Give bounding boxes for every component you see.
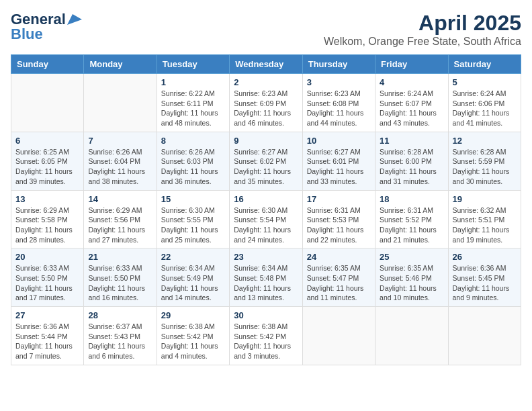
calendar-day-cell: 3Sunrise: 6:23 AMSunset: 6:08 PMDaylight… (302, 74, 375, 132)
day-number: 18 (380, 194, 443, 204)
calendar-week-row: 13Sunrise: 6:29 AMSunset: 5:58 PMDayligh… (11, 190, 521, 248)
calendar-day-cell: 14Sunrise: 6:29 AMSunset: 5:56 PMDayligh… (84, 190, 157, 248)
day-info: Sunrise: 6:38 AMSunset: 5:42 PMDaylight:… (234, 322, 298, 361)
calendar-day-cell: 7Sunrise: 6:26 AMSunset: 6:04 PMDaylight… (84, 132, 157, 190)
day-info: Sunrise: 6:35 AMSunset: 5:46 PMDaylight:… (380, 263, 443, 303)
calendar-day-cell: 17Sunrise: 6:31 AMSunset: 5:53 PMDayligh… (302, 190, 375, 248)
weekday-header-tuesday: Tuesday (157, 55, 229, 74)
calendar-day-cell: 2Sunrise: 6:23 AMSunset: 6:09 PMDaylight… (230, 74, 302, 132)
day-number: 22 (161, 252, 225, 262)
day-info: Sunrise: 6:23 AMSunset: 6:09 PMDaylight:… (234, 89, 298, 128)
day-info: Sunrise: 6:26 AMSunset: 6:03 PMDaylight:… (161, 147, 225, 187)
calendar-day-cell: 1Sunrise: 6:22 AMSunset: 6:11 PMDaylight… (157, 74, 229, 132)
weekday-header-saturday: Saturday (448, 55, 521, 74)
weekday-header-thursday: Thursday (302, 55, 375, 74)
calendar-day-cell: 19Sunrise: 6:32 AMSunset: 5:51 PMDayligh… (448, 190, 521, 248)
calendar-day-cell: 9Sunrise: 6:27 AMSunset: 6:02 PMDaylight… (230, 132, 302, 190)
svg-marker-0 (67, 14, 82, 25)
day-info: Sunrise: 6:24 AMSunset: 6:07 PMDaylight:… (380, 89, 443, 128)
calendar-day-cell (11, 74, 84, 132)
calendar-day-cell: 6Sunrise: 6:25 AMSunset: 6:05 PMDaylight… (11, 132, 84, 190)
calendar-day-cell: 22Sunrise: 6:34 AMSunset: 5:49 PMDayligh… (157, 248, 229, 307)
calendar-day-cell: 30Sunrise: 6:38 AMSunset: 5:42 PMDayligh… (230, 307, 302, 365)
page-header: General Blue April 2025 Welkom, Orange F… (11, 11, 521, 48)
day-number: 24 (307, 252, 371, 262)
weekday-header-monday: Monday (84, 55, 157, 74)
calendar-location: Welkom, Orange Free State, South Africa (324, 36, 521, 48)
day-info: Sunrise: 6:30 AMSunset: 5:54 PMDaylight:… (234, 205, 298, 245)
calendar-day-cell: 12Sunrise: 6:28 AMSunset: 5:59 PMDayligh… (448, 132, 521, 190)
calendar-day-cell: 5Sunrise: 6:24 AMSunset: 6:06 PMDaylight… (448, 74, 521, 132)
calendar-day-cell: 28Sunrise: 6:37 AMSunset: 5:43 PMDayligh… (84, 307, 157, 365)
day-number: 21 (88, 252, 152, 262)
calendar-day-cell: 21Sunrise: 6:33 AMSunset: 5:50 PMDayligh… (84, 248, 157, 307)
day-info: Sunrise: 6:29 AMSunset: 5:56 PMDaylight:… (88, 205, 152, 245)
day-info: Sunrise: 6:23 AMSunset: 6:08 PMDaylight:… (307, 89, 371, 128)
calendar-day-cell: 15Sunrise: 6:30 AMSunset: 5:55 PMDayligh… (157, 190, 229, 248)
day-number: 14 (88, 194, 152, 204)
calendar-day-cell (375, 307, 448, 365)
calendar-title-area: April 2025 Welkom, Orange Free State, So… (324, 11, 521, 48)
day-number: 3 (307, 77, 371, 87)
weekday-header-row: SundayMondayTuesdayWednesdayThursdayFrid… (11, 55, 521, 74)
day-number: 28 (88, 310, 152, 320)
day-info: Sunrise: 6:33 AMSunset: 5:50 PMDaylight:… (15, 263, 79, 303)
day-number: 4 (380, 77, 443, 87)
day-number: 2 (234, 77, 298, 87)
calendar-day-cell: 18Sunrise: 6:31 AMSunset: 5:52 PMDayligh… (375, 190, 448, 248)
day-info: Sunrise: 6:34 AMSunset: 5:48 PMDaylight:… (234, 263, 298, 303)
day-number: 12 (453, 136, 517, 146)
weekday-header-friday: Friday (375, 55, 448, 74)
day-number: 26 (453, 252, 517, 262)
calendar-day-cell: 11Sunrise: 6:28 AMSunset: 6:00 PMDayligh… (375, 132, 448, 190)
calendar-header: SundayMondayTuesdayWednesdayThursdayFrid… (11, 55, 521, 74)
calendar-day-cell (302, 307, 375, 365)
calendar-day-cell: 16Sunrise: 6:30 AMSunset: 5:54 PMDayligh… (230, 190, 302, 248)
day-info: Sunrise: 6:26 AMSunset: 6:04 PMDaylight:… (88, 147, 152, 187)
calendar-week-row: 6Sunrise: 6:25 AMSunset: 6:05 PMDaylight… (11, 132, 521, 190)
calendar-week-row: 20Sunrise: 6:33 AMSunset: 5:50 PMDayligh… (11, 248, 521, 307)
day-info: Sunrise: 6:34 AMSunset: 5:49 PMDaylight:… (161, 263, 225, 303)
day-number: 23 (234, 252, 298, 262)
day-number: 1 (161, 77, 225, 87)
calendar-body: 1Sunrise: 6:22 AMSunset: 6:11 PMDaylight… (11, 74, 521, 365)
day-info: Sunrise: 6:31 AMSunset: 5:53 PMDaylight:… (307, 205, 371, 245)
weekday-header-wednesday: Wednesday (230, 55, 302, 74)
calendar-day-cell: 8Sunrise: 6:26 AMSunset: 6:03 PMDaylight… (157, 132, 229, 190)
day-number: 19 (453, 194, 517, 204)
day-number: 13 (15, 194, 79, 204)
day-number: 9 (234, 136, 298, 146)
day-number: 20 (15, 252, 79, 262)
calendar-day-cell (448, 307, 521, 365)
day-number: 27 (15, 310, 79, 320)
logo-icon (67, 14, 82, 25)
day-info: Sunrise: 6:22 AMSunset: 6:11 PMDaylight:… (161, 89, 225, 128)
day-info: Sunrise: 6:33 AMSunset: 5:50 PMDaylight:… (88, 263, 152, 303)
day-info: Sunrise: 6:32 AMSunset: 5:51 PMDaylight:… (453, 205, 517, 245)
day-number: 25 (380, 252, 443, 262)
calendar-week-row: 1Sunrise: 6:22 AMSunset: 6:11 PMDaylight… (11, 74, 521, 132)
day-number: 5 (453, 77, 517, 87)
day-info: Sunrise: 6:27 AMSunset: 6:01 PMDaylight:… (307, 147, 371, 187)
day-number: 15 (161, 194, 225, 204)
weekday-header-sunday: Sunday (11, 55, 84, 74)
calendar-week-row: 27Sunrise: 6:36 AMSunset: 5:44 PMDayligh… (11, 307, 521, 365)
day-info: Sunrise: 6:27 AMSunset: 6:02 PMDaylight:… (234, 147, 298, 187)
day-number: 6 (15, 136, 79, 146)
logo-text-blue: Blue (11, 26, 43, 43)
calendar-day-cell: 13Sunrise: 6:29 AMSunset: 5:58 PMDayligh… (11, 190, 84, 248)
day-number: 29 (161, 310, 225, 320)
calendar-day-cell: 27Sunrise: 6:36 AMSunset: 5:44 PMDayligh… (11, 307, 84, 365)
day-number: 11 (380, 136, 443, 146)
calendar-day-cell: 10Sunrise: 6:27 AMSunset: 6:01 PMDayligh… (302, 132, 375, 190)
day-info: Sunrise: 6:29 AMSunset: 5:58 PMDaylight:… (15, 205, 79, 245)
day-info: Sunrise: 6:28 AMSunset: 5:59 PMDaylight:… (453, 147, 517, 187)
calendar-day-cell (84, 74, 157, 132)
day-info: Sunrise: 6:37 AMSunset: 5:43 PMDaylight:… (88, 322, 152, 361)
day-number: 16 (234, 194, 298, 204)
day-number: 8 (161, 136, 225, 146)
day-info: Sunrise: 6:28 AMSunset: 6:00 PMDaylight:… (380, 147, 443, 187)
day-info: Sunrise: 6:36 AMSunset: 5:44 PMDaylight:… (15, 322, 79, 361)
day-info: Sunrise: 6:38 AMSunset: 5:42 PMDaylight:… (161, 322, 225, 361)
day-info: Sunrise: 6:31 AMSunset: 5:52 PMDaylight:… (380, 205, 443, 245)
